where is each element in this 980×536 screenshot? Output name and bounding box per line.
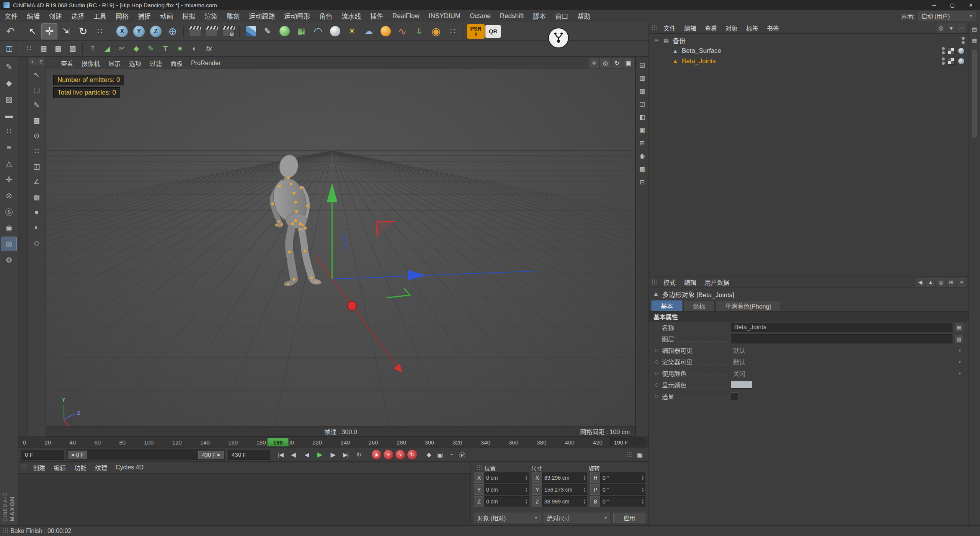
material-menu-item[interactable]: 功能 bbox=[70, 462, 91, 473]
grid-icon[interactable]: ⊞ bbox=[947, 278, 956, 287]
viewport-menu-item[interactable]: 查看 bbox=[57, 57, 77, 69]
interface-combo[interactable]: 启动 (用户) ▾ bbox=[918, 11, 975, 21]
knife-tool-icon[interactable]: ✂ bbox=[115, 42, 129, 56]
object-label[interactable]: Beta_Joints bbox=[682, 57, 716, 65]
sphere-tool-icon[interactable]: ● bbox=[29, 205, 44, 219]
panel-shortcut-icon[interactable]: ▥ bbox=[637, 72, 648, 83]
snap-icon[interactable]: Ⓢ bbox=[2, 204, 17, 219]
z-axis-lock-icon[interactable]: Z bbox=[148, 23, 164, 39]
material-menu-item[interactable]: 纹理 bbox=[91, 462, 111, 473]
texture-mode-icon[interactable]: ▨ bbox=[2, 92, 17, 106]
phong-tag-icon[interactable] bbox=[958, 58, 965, 65]
quantize-icon[interactable]: ◉ bbox=[2, 221, 17, 235]
menu-item[interactable]: 运动图形 bbox=[279, 10, 315, 22]
visibility-dots[interactable] bbox=[942, 47, 945, 54]
editor-visibility-dropdown[interactable]: 默认▾ bbox=[731, 346, 963, 355]
stepper-arrows[interactable]: ▲▼ bbox=[525, 497, 528, 506]
selection-filter-all-icon[interactable]: ▩ bbox=[66, 42, 80, 56]
search-icon[interactable]: ◎ bbox=[936, 23, 946, 33]
viewport-menu-item[interactable]: 过滤 bbox=[145, 57, 166, 69]
object-row[interactable]: ▲ Beta_Surface bbox=[649, 46, 969, 56]
menu-item[interactable]: 运动跟踪 bbox=[244, 10, 279, 22]
simulation-icon[interactable]: ∿ bbox=[394, 23, 410, 39]
coordinate-mode-dropdown[interactable]: 对象 (相对)▾ bbox=[474, 513, 541, 523]
misc-tool-icon[interactable]: ◇ bbox=[29, 236, 44, 250]
size-mode-dropdown[interactable]: 绝对尺寸▾ bbox=[544, 513, 610, 523]
make-editable-icon[interactable]: ✎ bbox=[2, 60, 17, 74]
viewport-zoom-icon[interactable]: ◎ bbox=[600, 58, 611, 68]
menu-item[interactable]: 创建 bbox=[44, 10, 67, 22]
crosshair-mini-icon[interactable]: + bbox=[29, 58, 36, 65]
stepper-arrows[interactable]: ▲▼ bbox=[583, 473, 586, 482]
menu-item[interactable]: 选择 bbox=[67, 10, 89, 22]
draw-spline-icon[interactable]: ✎ bbox=[260, 23, 276, 39]
renderer-visibility-dropdown[interactable]: 默认▾ bbox=[731, 357, 963, 366]
points-mode-icon[interactable]: ∷ bbox=[2, 124, 17, 139]
animation-dot[interactable] bbox=[655, 395, 658, 398]
render-picture-viewer-icon[interactable] bbox=[204, 23, 220, 39]
panel-grip[interactable] bbox=[477, 465, 482, 471]
qr-badge[interactable]: QR bbox=[485, 25, 501, 38]
preview-range-slider[interactable]: ◀ 0 F 430 F ▶ bbox=[67, 449, 225, 460]
range-track[interactable] bbox=[87, 451, 199, 459]
display-filter-icon[interactable]: ◐ bbox=[188, 42, 201, 56]
add-sky-icon[interactable]: ☁ bbox=[361, 23, 377, 39]
object-label[interactable]: Beta_Surface bbox=[682, 47, 721, 55]
scene-start-field[interactable]: 0 F bbox=[21, 450, 64, 460]
x-axis-lock-icon[interactable]: X bbox=[114, 23, 130, 39]
record-scale-toggle[interactable]: ⇲ bbox=[395, 449, 405, 460]
panel-shortcut-icon[interactable]: ◫ bbox=[637, 98, 648, 109]
nav-up-icon[interactable]: ▲ bbox=[926, 278, 935, 287]
next-frame-button[interactable]: |▶ bbox=[326, 449, 339, 460]
menu-item[interactable]: 模拟 bbox=[178, 10, 200, 22]
material-list-area[interactable] bbox=[18, 473, 470, 525]
render-settings-icon[interactable] bbox=[220, 23, 237, 39]
prev-frame-button[interactable]: ◀ bbox=[300, 449, 313, 460]
attribute-tab[interactable]: 平滑着色(Phong) bbox=[715, 300, 781, 311]
search-icon[interactable]: ◎ bbox=[936, 278, 946, 287]
maximize-button[interactable]: ▢ bbox=[943, 0, 962, 10]
material-menu-item[interactable]: 创建 bbox=[29, 462, 49, 473]
menu-item[interactable]: 捕捉 bbox=[133, 10, 155, 22]
interface-icon[interactable]: ▦ bbox=[955, 323, 963, 332]
selection-tool-icon[interactable]: ↖ bbox=[29, 67, 44, 81]
structure-panel-icon[interactable]: ▦ bbox=[970, 36, 979, 45]
y-axis-lock-icon[interactable]: Y bbox=[131, 23, 147, 39]
add-cube-icon[interactable] bbox=[243, 23, 259, 39]
stepper-arrows[interactable]: ▲▼ bbox=[641, 473, 644, 482]
panel-grip[interactable] bbox=[21, 464, 26, 471]
material-menu-item[interactable]: 编辑 bbox=[49, 462, 70, 473]
add-deformer-icon[interactable]: ◠ bbox=[310, 23, 326, 39]
title-bar[interactable]: CINEMA 4D R19.068 Studio (RC - R19) - [H… bbox=[0, 0, 980, 10]
play-mode-button[interactable]: ↻ bbox=[352, 449, 365, 460]
record-keyframe-button[interactable]: ◉ bbox=[371, 449, 382, 460]
animation-dot[interactable] bbox=[655, 349, 658, 352]
selection-filter-edges-icon[interactable]: ▤ bbox=[37, 42, 51, 56]
psr-badge[interactable]: PSR 0 bbox=[467, 24, 485, 39]
object-menu-item[interactable]: 编辑 bbox=[680, 22, 701, 33]
menu-item[interactable]: 雕刻 bbox=[222, 10, 244, 22]
object-menu-item[interactable]: 标签 bbox=[742, 22, 763, 33]
panel-grip[interactable] bbox=[652, 25, 657, 31]
menu-item[interactable]: 流水线 bbox=[337, 10, 366, 22]
character-model[interactable] bbox=[271, 154, 322, 287]
material-menu-item[interactable]: Cycles 4D bbox=[111, 462, 148, 473]
timeline-panel-icon[interactable]: ▦ bbox=[635, 449, 645, 460]
menu-item[interactable]: Octane bbox=[465, 10, 495, 22]
menu-item[interactable]: Redshift bbox=[495, 10, 528, 22]
pla-toggle[interactable]: Ⓟ bbox=[457, 449, 467, 460]
visibility-dots[interactable] bbox=[942, 57, 945, 65]
animation-dot[interactable] bbox=[655, 383, 658, 387]
filter-icon[interactable]: ▼ bbox=[947, 23, 956, 33]
attribute-tab[interactable]: 基本 bbox=[651, 300, 683, 311]
minimize-button[interactable]: ─ bbox=[925, 0, 943, 10]
panel-shortcut-icon[interactable]: ◉ bbox=[637, 150, 648, 162]
nav-back-icon[interactable]: ◀ bbox=[916, 278, 925, 287]
coordinate-system-icon[interactable]: ⊕ bbox=[165, 23, 181, 39]
panel-shortcut-icon[interactable]: ◧ bbox=[637, 111, 648, 123]
smooth-tool-icon[interactable]: ◐ bbox=[29, 221, 44, 234]
panel-grip[interactable] bbox=[652, 279, 657, 285]
mesh-display-icon[interactable]: ▦ bbox=[29, 113, 44, 127]
bookmark-icon[interactable]: ≡ bbox=[957, 23, 966, 33]
bevel-tool-icon[interactable]: ◢ bbox=[100, 42, 114, 56]
